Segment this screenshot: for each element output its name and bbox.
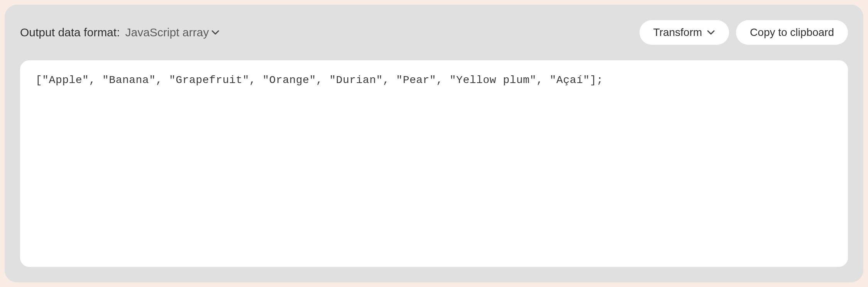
output-code: ["Apple", "Banana", "Grapefruit", "Orang…: [36, 74, 832, 86]
output-panel: Output data format: JavaScript array Tra…: [5, 5, 863, 282]
output-area[interactable]: ["Apple", "Banana", "Grapefruit", "Orang…: [20, 60, 848, 267]
chevron-down-icon: [211, 28, 220, 37]
button-group: Transform Copy to clipboard: [640, 20, 848, 45]
format-group: Output data format: JavaScript array: [20, 26, 220, 39]
transform-button[interactable]: Transform: [640, 20, 729, 45]
copy-button-label: Copy to clipboard: [750, 26, 834, 39]
format-dropdown[interactable]: JavaScript array: [125, 26, 220, 39]
format-selected-value: JavaScript array: [125, 26, 209, 39]
chevron-down-icon: [707, 28, 715, 37]
format-label: Output data format:: [20, 26, 120, 39]
copy-clipboard-button[interactable]: Copy to clipboard: [736, 20, 848, 45]
transform-button-label: Transform: [653, 26, 702, 39]
header-row: Output data format: JavaScript array Tra…: [20, 20, 848, 45]
